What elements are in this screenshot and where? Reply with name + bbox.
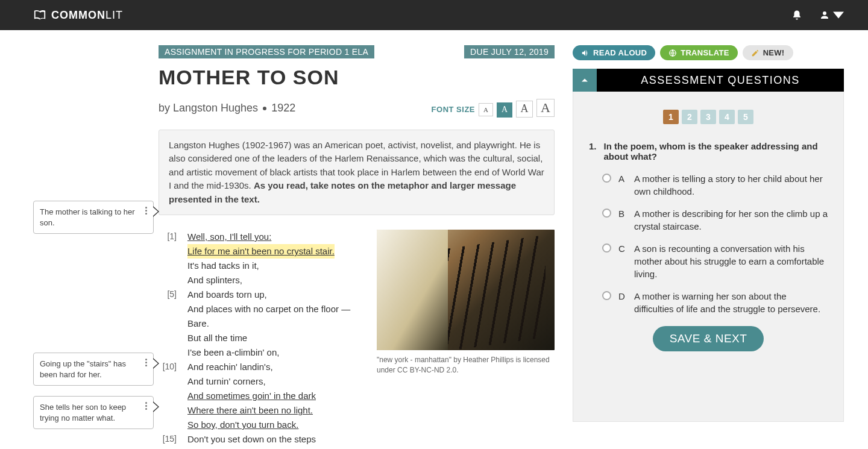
globe-icon [668,49,677,57]
answer-choice[interactable]: C A son is recounting a conversation wit… [602,242,828,280]
annotation-text: Going up the "stairs" has been hard for … [40,359,142,380]
poem-line[interactable]: So boy, don't you turn back. [187,418,298,432]
poem-line[interactable]: I'se been a-climbin' on, [187,345,279,360]
panel-body: 1 2 3 4 5 1. In the poem, whom is the sp… [573,92,844,422]
user-menu[interactable] [819,10,844,20]
image-caption: "new york - manhattan" by Heather Philli… [377,355,555,375]
poem-line[interactable]: And turnin' corners, [187,374,266,389]
book-icon [33,8,46,22]
poem-line[interactable]: It's had tacks in it, [187,259,259,273]
radio-icon[interactable] [602,291,611,300]
question-nav-3[interactable]: 3 [700,110,716,124]
fontsize-medium[interactable]: A [497,102,512,118]
staircase-image [377,230,555,350]
annotation-text: She tells her son to keep trying no matt… [40,402,142,423]
kebab-icon[interactable] [145,207,147,228]
poem-line[interactable]: Well, son, I'll tell you: [187,230,271,244]
line-number: [15] [159,432,177,447]
annotation[interactable]: She tells her son to keep trying no matt… [33,396,154,429]
annotation-text: The mother is talking to her son. [40,207,142,228]
kebab-icon[interactable] [145,402,147,423]
poem-line[interactable]: And places with no carpet on the floor — [187,302,350,316]
translate-button[interactable]: TRANSLATE [660,45,737,60]
question-nav-2[interactable]: 2 [682,110,697,124]
save-next-button[interactable]: SAVE & NEXT [653,326,764,351]
poem-line[interactable]: Don't you set down on the steps [187,432,316,447]
line-number: [10] [159,360,177,374]
collapse-button[interactable] [573,69,597,92]
poem-line[interactable]: And splinters, [187,273,242,287]
bell-icon[interactable] [791,10,802,20]
annotation[interactable]: Going up the "stairs" has been hard for … [33,353,154,386]
poem-line[interactable]: And reachin' landin's, [187,360,273,374]
assessment-column: READ ALOUD TRANSLATE NEW! ASSESSMENT QUE… [573,45,844,449]
brand-logo[interactable]: COMMONLIT [33,8,123,22]
user-icon [819,10,830,20]
question-nav: 1 2 3 4 5 [589,110,828,124]
speaker-icon [581,49,590,57]
poem-line[interactable]: Where there ain't been no light. [187,403,313,418]
annotation[interactable]: The mother is talking to her son. [33,201,154,234]
radio-icon[interactable] [602,174,611,183]
radio-icon[interactable] [602,209,611,218]
fontsize-xlarge[interactable]: A [536,99,555,117]
question-prompt: 1. In the poem, whom is the speaker addr… [589,141,828,162]
answer-choice[interactable]: A A mother is telling a story to her chi… [602,172,828,198]
radio-icon[interactable] [602,243,611,253]
poem-line[interactable]: And boards torn up, [187,287,267,302]
page-title: MOTHER TO SON [159,66,555,89]
answer-list: A A mother is telling a story to her chi… [589,172,828,315]
assignment-badge: ASSIGNMENT IN PROGRESS FOR PERIOD 1 ELA [159,45,374,58]
answer-choice[interactable]: D A mother is warning her son about the … [602,290,828,315]
kebab-icon[interactable] [145,359,147,380]
poem-line[interactable]: And sometimes goin' in the dark [187,389,316,403]
byline: by Langston Hughes1922 [159,102,295,115]
due-badge: DUE JULY 12, 2019 [464,45,555,58]
panel-title: ASSESSMENT QUESTIONS [597,70,844,91]
poem-line[interactable]: But all the time [187,331,247,345]
panel-header: ASSESSMENT QUESTIONS [573,69,844,92]
figure: "new york - manhattan" by Heather Philli… [377,230,555,375]
poem-line[interactable]: Life for me ain't been no crystal stair. [187,244,335,259]
fontsize-label: FONT SIZE [432,105,475,114]
fontsize-large[interactable]: A [516,101,533,118]
question-nav-1[interactable]: 1 [663,110,679,124]
new-button[interactable]: NEW! [743,45,793,60]
caret-down-icon [833,10,844,20]
answer-choice[interactable]: B A mother is describing for her son the… [602,207,828,233]
annotations-column: The mother is talking to her son. Going … [33,45,154,449]
fontsize-small[interactable]: A [479,103,493,116]
brand-text: COMMONLIT [51,9,123,22]
question-nav-5[interactable]: 5 [738,110,753,124]
topbar: COMMONLIT [0,0,868,30]
fontsize-control: FONT SIZE A A A A [432,99,555,118]
reading-column: ASSIGNMENT IN PROGRESS FOR PERIOD 1 ELA … [154,45,573,449]
poem-line[interactable]: Bare. [187,316,209,331]
line-number: [5] [159,287,177,302]
poem-line[interactable]: 'Cause you finds it's kinder hard. [187,447,318,449]
poem-body: [1]Well, son, I'll tell you: Life for me… [159,230,359,449]
chevron-up-icon [579,74,591,86]
intro-box: Langston Hughes (1902-1967) was an Ameri… [159,130,555,216]
pencil-icon [751,49,760,57]
line-number: [1] [159,230,177,244]
question-nav-4[interactable]: 4 [719,110,735,124]
read-aloud-button[interactable]: READ ALOUD [573,45,655,60]
